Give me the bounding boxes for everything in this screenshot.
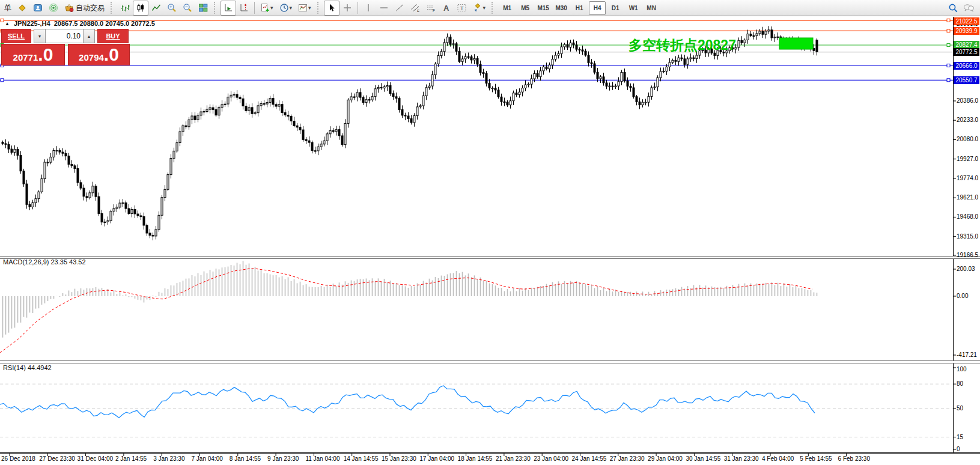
chart-symbol-period: JPN225-,H4 (14, 20, 50, 27)
arrows-tool-button[interactable]: ▾ (470, 1, 489, 16)
trendline-tool-button[interactable] (392, 1, 407, 16)
tab-tf-m30[interactable]: M30 (553, 1, 570, 15)
gold-diamond-icon (17, 3, 27, 13)
horizontal-line-tool-button[interactable] (376, 1, 392, 16)
line-chart-mode-button[interactable] (148, 1, 164, 16)
time-axis-label: 24 Jan 14:55 (572, 455, 607, 462)
indicators-icon (260, 3, 270, 13)
one-click-trading-panel: SELL ▾ ▴ BUY 20771 .0 20794 .0 (1, 29, 130, 65)
time-axis-label: 31 Jan 23:30 (724, 455, 759, 462)
volume-spinner: ▾ ▴ (34, 29, 95, 43)
time-axis-label: 9 Jan 23:30 (267, 455, 299, 462)
chart-canvas[interactable] (0, 0, 980, 465)
price-axis-tick: 20233.0 (957, 117, 978, 123)
cursor-arrow-icon (327, 3, 336, 13)
price-axis-tick: 19315.0 (957, 233, 978, 240)
clock-icon (279, 3, 289, 13)
volume-input[interactable] (46, 29, 83, 43)
mql5-community-icon[interactable] (30, 1, 46, 16)
time-axis-label: 29 Jan 04:00 (648, 455, 683, 462)
time-axis-label: 27 Jan 23:30 (610, 455, 645, 462)
buy-tab[interactable]: BUY (97, 29, 129, 43)
toolbar-drag-handle[interactable] (317, 2, 322, 14)
crosshair-icon (342, 3, 352, 13)
volume-increase-button[interactable]: ▴ (83, 29, 95, 43)
tab-tf-m1[interactable]: M1 (499, 1, 516, 15)
price-level-badge: 20550.7 (954, 76, 979, 84)
time-axis-label: 26 Dec 2018 (1, 455, 35, 462)
rsi-label: RSI(14) 44.4942 (3, 364, 52, 371)
toolbar-separator (254, 2, 255, 14)
toolbar-drag-handle[interactable] (492, 2, 496, 14)
vertical-line-tool-button[interactable] (361, 1, 376, 16)
text-a-glyph: A (443, 4, 449, 13)
toolbar-drag-handle[interactable] (111, 2, 115, 14)
time-axis-label: 23 Jan 04:00 (534, 455, 568, 462)
time-axis-label: 7 Jan 04:00 (192, 455, 223, 462)
volume-decrease-button[interactable]: ▾ (34, 29, 46, 43)
tab-tf-m5[interactable]: M5 (517, 1, 534, 15)
rsi-axis-tick: 0 (957, 446, 960, 452)
chart-annotation-text[interactable]: 多空转折点20827 (628, 36, 736, 55)
buy-button[interactable]: 20794 .0 (68, 44, 130, 65)
zoom-out-button[interactable] (180, 1, 195, 16)
auto-scroll-icon (224, 3, 233, 13)
time-axis-label: 27 Dec 23:30 (39, 455, 75, 462)
time-axis-label: 8 Jan 14:55 (230, 455, 261, 462)
tab-tf-m15[interactable]: M15 (535, 1, 552, 15)
time-axis-label: 5 Feb 14:55 (800, 455, 832, 462)
mql5-market-icon[interactable] (14, 1, 30, 16)
zoom-in-button[interactable] (164, 1, 180, 16)
tab-tf-mn[interactable]: MN (643, 1, 660, 15)
text-label-tool-button[interactable]: T (454, 1, 470, 16)
candlestick-mode-button[interactable] (133, 1, 148, 16)
template-icon (298, 3, 308, 13)
dropdown-arrow-icon: ▾ (270, 5, 273, 11)
trade-panel-top-row: SELL ▾ ▴ BUY (1, 29, 130, 43)
tab-tf-d1[interactable]: D1 (607, 1, 624, 15)
sell-price: 20771 (13, 52, 38, 62)
chart-title: ▲ JPN225-,H4 20867.5 20880.0 20745.0 207… (5, 20, 155, 27)
svg-text:F: F (433, 8, 435, 13)
auto-scroll-button[interactable] (221, 1, 236, 16)
autotrading-icon (64, 3, 74, 13)
rsi-axis-tick: 100 (957, 366, 967, 372)
crosshair-tool-button[interactable] (339, 1, 355, 16)
sell-tab[interactable]: SELL (1, 29, 31, 43)
tab-tf-h4[interactable]: H4 (589, 1, 606, 15)
sell-button[interactable]: 20771 .0 (1, 44, 65, 65)
new-order-label: 单 (4, 3, 11, 13)
price-axis-tick: 20080.0 (957, 136, 978, 142)
bar-chart-mode-button[interactable] (117, 1, 133, 16)
price-axis-tick: 19927.0 (957, 156, 978, 162)
tile-windows-button[interactable] (195, 1, 211, 16)
price-axis-tick: 19468.0 (957, 213, 978, 220)
time-axis-label: 18 Jan 14:55 (458, 455, 493, 462)
pane-separator[interactable] (0, 256, 980, 259)
macd-axis-tick: -417.21 (957, 351, 977, 358)
time-axis-label: 21 Jan 23:30 (496, 455, 531, 462)
autotrading-button[interactable]: 自动交易 (61, 1, 108, 16)
macd-axis-tick: 200.03 (957, 266, 975, 272)
chat-button[interactable] (961, 1, 976, 16)
new-order-button[interactable]: 单 (1, 1, 14, 16)
periods-button[interactable]: ▾ (276, 1, 296, 16)
toolbar-drag-handle[interactable] (214, 2, 219, 14)
price-level-badge: 20939.9 (954, 27, 979, 35)
indicators-button[interactable]: ▾ (257, 1, 276, 16)
price-axis-tick: 19774.0 (957, 175, 978, 181)
fibonacci-tool-button[interactable]: F (423, 1, 439, 16)
tab-tf-w1[interactable]: W1 (625, 1, 642, 15)
tile-windows-icon (198, 3, 208, 13)
community-person-icon (33, 3, 43, 13)
signals-icon[interactable] (46, 1, 61, 16)
equidistant-channel-tool-button[interactable]: E (407, 1, 423, 16)
text-tool-button[interactable]: A (439, 1, 454, 16)
cursor-tool-button[interactable] (324, 1, 339, 16)
chart-shift-button[interactable] (236, 1, 252, 16)
buy-price: 20794 (79, 52, 104, 62)
tab-tf-h1[interactable]: H1 (571, 1, 588, 15)
search-button[interactable] (945, 1, 961, 16)
templates-button[interactable]: ▾ (295, 1, 314, 16)
pane-separator[interactable] (0, 360, 980, 363)
